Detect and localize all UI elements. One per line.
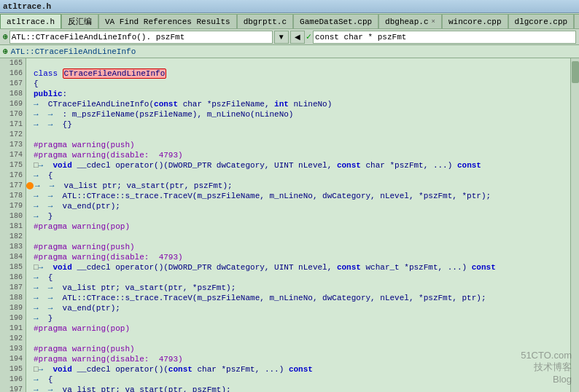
scrollbar[interactable]	[570, 58, 579, 392]
line-num-172: 172	[3, 130, 23, 140]
code-line-194: #pragma warning(disable: 4793)	[26, 354, 570, 364]
code-line-174: #pragma warning(disable: 4793)	[26, 150, 570, 160]
tab-0[interactable]: atltrace.h	[0, 14, 61, 28]
code-line-167: {	[26, 79, 570, 89]
nav-btn[interactable]: ◀	[290, 31, 305, 44]
line-num-189: 189	[3, 303, 23, 313]
check-icon: ✓	[306, 31, 311, 42]
code-area: 1651661671681691701711721731741751761771…	[0, 58, 579, 392]
tab-1[interactable]: 反汇编	[61, 14, 98, 28]
line-num-185: 185	[3, 262, 23, 273]
toolbar: ⊕ ▼ ◀ ✓	[0, 29, 579, 45]
orange-dot	[26, 182, 34, 189]
code-line-186: → {	[26, 273, 570, 283]
code-line-193: #pragma warning(push)	[26, 344, 570, 354]
code-line-170: → → : m_pszFileName(pszFileName), m_nLin…	[26, 109, 570, 119]
line-num-186: 186	[3, 273, 23, 283]
line-num-166: 166	[3, 68, 23, 79]
line-num-168: 168	[3, 89, 23, 99]
code-line-185: □→ void __cdecl operator()(DWORD_PTR dwC…	[26, 262, 570, 273]
line-num-181: 181	[3, 222, 23, 232]
tab-2[interactable]: VA Find References Results	[98, 14, 237, 28]
code-line-166: class CTraceFileAndLineInfo	[26, 68, 570, 79]
line-num-195: 195	[3, 364, 23, 375]
code-line-177: → → va_list ptr; va_start(ptr, pszFmt);	[26, 181, 570, 191]
tab-8[interactable]: dlg	[574, 14, 579, 28]
code-line-187: → → va_list ptr; va_start(ptr, *pszFmt);	[26, 283, 570, 293]
tab-3[interactable]: dbgrptt.c	[237, 14, 293, 28]
line-num-194: 194	[3, 354, 23, 364]
line-num-182: 182	[3, 232, 23, 242]
line-num-178: 178	[3, 191, 23, 201]
code-line-172	[26, 130, 570, 140]
path-input[interactable]	[9, 31, 273, 44]
line-num-174: 174	[3, 150, 23, 160]
line-num-192: 192	[3, 334, 23, 344]
title-bar: atltrace.h	[0, 0, 579, 13]
code-line-176: → {	[26, 170, 570, 181]
line-num-167: 167	[3, 79, 23, 89]
breadcrumb-icon: ⊕	[3, 47, 8, 56]
line-num-191: 191	[3, 324, 23, 334]
code-line-184: #pragma warning(disable: 4793)	[26, 252, 570, 262]
code-line-189: → → va_end(ptr);	[26, 303, 570, 313]
line-num-176: 176	[3, 170, 23, 181]
code-line-192	[26, 334, 570, 344]
code-line-197: → → va_list ptr; va_start(ptr, pszFmt);	[26, 385, 570, 392]
code-line-195: □→ void __cdecl operator()(const char *p…	[26, 364, 570, 375]
code-line-196: → {	[26, 375, 570, 385]
code-lines[interactable]: class CTraceFileAndLineInfo{public:→ CTr…	[26, 58, 570, 392]
line-num-171: 171	[3, 119, 23, 130]
code-line-173: #pragma warning(push)	[26, 140, 570, 150]
line-num-165: 165	[3, 58, 23, 68]
code-line-171: → → {}	[26, 119, 570, 130]
line-num-187: 187	[3, 283, 23, 293]
code-line-183: #pragma warning(push)	[26, 242, 570, 252]
code-line-169: → CTraceFileAndLineInfo(const char *pszF…	[26, 99, 570, 109]
line-num-197: 197	[3, 385, 23, 392]
line-num-170: 170	[3, 109, 23, 119]
line-num-173: 173	[3, 140, 23, 150]
dropdown-btn[interactable]: ▼	[274, 31, 289, 44]
tab-4[interactable]: GameDataSet.cpp	[293, 14, 378, 28]
code-line-175: □→ void __cdecl operator()(DWORD_PTR dwC…	[26, 160, 570, 170]
line-num-184: 184	[3, 252, 23, 262]
breadcrumb-text: ATL::CTraceFileAndLineInfo	[11, 47, 136, 56]
code-line-182	[26, 232, 570, 242]
code-line-179: → → va_end(ptr);	[26, 201, 570, 211]
line-num-190: 190	[3, 313, 23, 324]
code-line-188: → → ATL::CTrace::s_trace.TraceV(m_pszFil…	[26, 293, 570, 303]
line-num-180: 180	[3, 211, 23, 222]
breadcrumb-bar: ⊕ ATL::CTraceFileAndLineInfo	[0, 45, 579, 58]
line-num-179: 179	[3, 201, 23, 211]
line-numbers: 1651661671681691701711721731741751761771…	[0, 58, 26, 392]
title-bar-text: atltrace.h	[3, 2, 51, 11]
line-num-196: 196	[3, 375, 23, 385]
code-line-165	[26, 58, 570, 68]
tab-6[interactable]: wincore.cpp	[442, 14, 508, 28]
line-num-188: 188	[3, 293, 23, 303]
line-num-183: 183	[3, 242, 23, 252]
code-line-180: → }	[26, 211, 570, 222]
tab-bar: atltrace.h反汇编VA Find References Resultsd…	[0, 13, 579, 29]
code-line-190: → }	[26, 313, 570, 324]
tab-5[interactable]: dbgheap.c×	[378, 14, 442, 28]
tab-7[interactable]: dlgcore.cpp	[508, 14, 575, 28]
line-num-169: 169	[3, 99, 23, 109]
atl-icon: ⊕	[3, 32, 8, 42]
code-line-178: → → ATL::CTrace::s_trace.TraceV(m_pszFil…	[26, 191, 570, 201]
line-num-177: 177	[3, 181, 23, 191]
code-line-168: public:	[26, 89, 570, 99]
code-line-191: #pragma warning(pop)	[26, 324, 570, 334]
line-num-193: 193	[3, 344, 23, 354]
right-input[interactable]	[313, 31, 576, 44]
line-num-175: 175	[3, 160, 23, 170]
code-line-181: #pragma warning(pop)	[26, 222, 570, 232]
